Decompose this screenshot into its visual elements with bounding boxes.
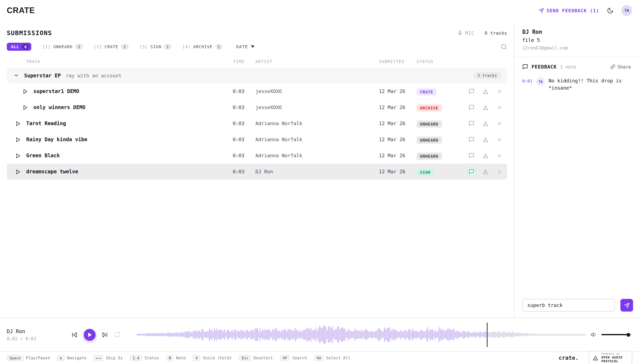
status-badge[interactable]: SIGN [416, 169, 434, 176]
track-artist: jesseXOXO [256, 104, 379, 110]
comment-icon-button[interactable] [467, 119, 476, 128]
track-submitted-date: 12 Mar 26 [379, 88, 416, 94]
top-bar-right: SEND FEEDBACK (1) TA [538, 5, 632, 16]
track-duration: 0:03 [227, 136, 250, 142]
comment-icon-button[interactable] [467, 103, 476, 112]
detail-artist-email: 12ronDJ@gmail.com [522, 45, 631, 50]
status-badge[interactable]: UNHEARD [416, 120, 442, 128]
remove-icon-button[interactable] [495, 168, 504, 176]
status-badge[interactable]: UNHEARD [416, 136, 442, 144]
filter-key-hint: [4] [182, 44, 191, 49]
playhead[interactable] [487, 322, 488, 347]
status-badge[interactable]: CRATE [416, 88, 436, 96]
track-title: Tarot Reading [26, 120, 66, 126]
track-row-tarot-reading[interactable]: Tarot Reading0:03Adrianna Norfalk12 Mar … [7, 116, 507, 132]
shortcut-key: Esc [239, 355, 251, 361]
send-comment-button[interactable] [620, 299, 633, 312]
track-title: Green Black [26, 152, 60, 158]
shortcut-note: NNote [166, 355, 186, 361]
remove-icon-button[interactable] [495, 103, 504, 112]
protocol-name: OPEN AUDIO PROTOCOL [601, 355, 628, 363]
track-artist: DJ Ron [256, 169, 379, 174]
moon-icon [607, 7, 614, 14]
play-track-button[interactable] [14, 119, 22, 128]
filter-label: SIGN [150, 44, 161, 49]
download-icon-button[interactable] [481, 87, 490, 96]
shortcut-key: Space [7, 355, 23, 361]
remove-icon-button[interactable] [495, 119, 504, 128]
play-track-button[interactable] [14, 168, 22, 176]
track-submitted-date: 12 Mar 26 [379, 152, 416, 158]
repeat-button[interactable] [114, 332, 120, 338]
repeat-icon [114, 332, 120, 338]
filter-archive[interactable]: [4]ARCHIVE1 [182, 44, 223, 50]
protocol-text: POWERED BY OPEN AUDIO PROTOCOL [601, 352, 628, 363]
filter-sign[interactable]: [3]SIGN1 [139, 44, 171, 50]
track-row-only-winners-demo[interactable]: only winners DEMO0:03jesseXOXO12 Mar 26A… [7, 99, 507, 116]
shortcuts: SpacePlay/Pause⇅Navigate⟵⟶Skip 5s1-4Stat… [7, 355, 559, 361]
comment-input[interactable] [522, 299, 615, 312]
download-icon-button[interactable] [481, 135, 490, 144]
previous-track-button[interactable] [71, 331, 78, 338]
remove-icon-button[interactable] [495, 151, 504, 160]
share-button[interactable]: Share [610, 64, 631, 69]
note-timestamp[interactable]: 0:01 [522, 77, 532, 83]
send-feedback-button[interactable]: SEND FEEDBACK (1) [538, 8, 599, 13]
shortcut-key: N [166, 355, 174, 361]
play-track-button[interactable] [14, 135, 22, 144]
track-row-dreamscape-twelve[interactable]: dreamscape twelve0:03DJ Ron12 Mar 26SIGN [7, 164, 507, 180]
transport-controls [71, 329, 120, 340]
track-duration: 0:03 [227, 169, 250, 174]
shortcut-label: Navigate [67, 356, 86, 360]
comment-icon-button[interactable] [467, 151, 476, 160]
download-icon-button[interactable] [481, 151, 490, 160]
dark-mode-toggle[interactable] [607, 7, 614, 14]
download-icon-button[interactable] [481, 103, 490, 112]
user-avatar[interactable]: TA [621, 5, 632, 16]
search-button[interactable] [501, 44, 507, 50]
volume-slider[interactable] [601, 334, 632, 335]
comment-icon-button[interactable] [467, 168, 476, 176]
next-track-button[interactable] [102, 331, 108, 338]
play-track-button[interactable] [14, 151, 22, 160]
send-icon [624, 302, 630, 308]
download-icon-button[interactable] [481, 119, 490, 128]
status-badge[interactable]: ARCHIVE [416, 104, 442, 112]
comment-icon-button[interactable] [467, 135, 476, 144]
group-row-superstar-ep[interactable]: Superstar EP ray with an account 2 track… [7, 68, 507, 83]
shortcut-label: Search [292, 356, 307, 360]
open-audio-protocol-badge[interactable]: POWERED BY OPEN AUDIO PROTOCOL [589, 351, 632, 364]
track-row-rainy-day-kinda-vibe[interactable]: Rainy Day kinda vibe0:03Adrianna Norfalk… [7, 132, 507, 148]
filter-all[interactable]: ALL6 [7, 43, 32, 51]
column-time: TIME [227, 59, 250, 64]
sort-button[interactable]: DATE [236, 44, 254, 49]
volume-knob[interactable] [626, 333, 630, 336]
shortcut-key: V [193, 355, 200, 361]
filter-unheard[interactable]: [1]UNHEARD3 [42, 44, 83, 50]
play-track-button[interactable] [21, 87, 29, 96]
header-meta: MIC 6 tracks [458, 30, 507, 36]
status-badge[interactable]: UNHEARD [416, 152, 442, 160]
play-track-button[interactable] [21, 103, 29, 112]
shortcut-label: Select All [326, 356, 350, 360]
filter-crate[interactable]: [2]CRATE1 [94, 44, 128, 50]
remove-icon-button[interactable] [495, 87, 504, 96]
track-row-superstar1-demo[interactable]: superstar1 DEMO0:03jesseXOXO12 Mar 26CRA… [7, 83, 507, 99]
filter-count: 1 [121, 44, 128, 50]
track-title: dreamscape twelve [26, 169, 78, 174]
track-list: superstar1 DEMO0:03jesseXOXO12 Mar 26CRA… [7, 83, 507, 180]
play-pause-button[interactable] [84, 329, 96, 340]
submissions-panel: SUBMISSIONS MIC 6 tracks ALL6[1]UNHEARD3… [0, 21, 514, 318]
mic-toggle[interactable]: MIC [458, 30, 474, 36]
download-icon-button[interactable] [481, 168, 490, 176]
remove-icon-button[interactable] [495, 135, 504, 144]
detail-file-name: file 5 [522, 37, 631, 43]
comment-icon-button[interactable] [467, 87, 476, 96]
speaker-icon[interactable] [591, 332, 597, 338]
track-row-green-black[interactable]: Green Black0:03Adrianna Norfalk12 Mar 26… [7, 148, 507, 164]
chevron-down-icon [14, 73, 19, 78]
column-artist: ARTIST [256, 59, 379, 64]
track-artist: jesseXOXO [256, 88, 379, 94]
protocol-triangle-icon [592, 355, 598, 361]
waveform[interactable] [136, 322, 586, 347]
